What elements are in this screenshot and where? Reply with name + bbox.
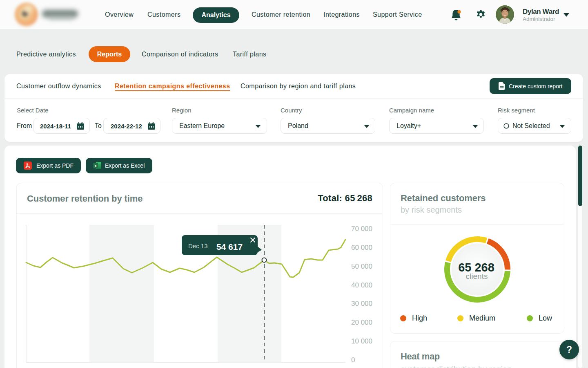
svg-text:20 000: 20 000: [351, 319, 372, 326]
svg-text:60 000: 60 000: [351, 244, 372, 251]
svg-text:54 617: 54 617: [216, 242, 243, 251]
svg-text:50 000: 50 000: [351, 263, 372, 270]
svg-text:30 000: 30 000: [351, 300, 372, 307]
svg-text:40 000: 40 000: [351, 281, 372, 289]
svg-text:0: 0: [351, 356, 355, 364]
svg-text:10 000: 10 000: [351, 337, 372, 345]
svg-text:70 000: 70 000: [351, 225, 372, 233]
svg-text:x: x: [94, 164, 97, 168]
svg-text:Dec 13: Dec 13: [188, 242, 208, 249]
